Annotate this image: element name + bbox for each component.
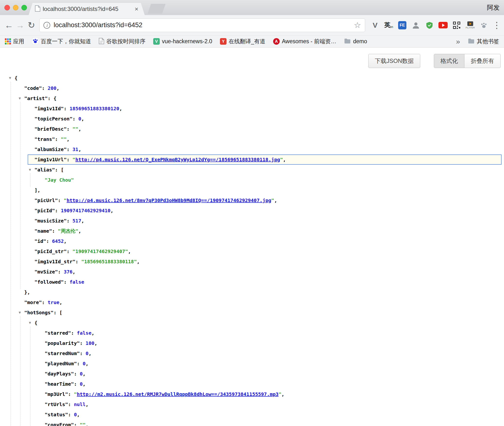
bookmark-youdao-translate[interactable]: Y 在线翻译_有道 [220,38,265,45]
user-extension-icon[interactable] [411,19,421,31]
json-punct: : [67,157,72,162]
bookmark-label: vue-hackernews-2.0 [162,38,212,45]
json-punct: : [52,228,58,234]
json-string: "Jay Chou" [45,177,74,183]
new-tab-button[interactable] [148,4,166,14]
json-key: "hotSongs" [24,310,53,315]
collapse-arrow-icon[interactable]: ▼ [8,73,12,83]
browser-menu-icon[interactable]: ⋮ [492,20,501,30]
vimium-glyph: V [373,21,378,29]
bookmark-google-sort[interactable]: 谷歌按时间排序 [99,38,145,45]
json-key: "alias" [34,167,55,173]
json-url-link[interactable]: http://m2.music.126.net/RMJR7wDullRqppBk… [77,391,278,397]
json-url-link[interactable]: http://p4.music.126.net/8mv7qP30Pd3oHW8b… [67,197,271,203]
forward-button[interactable]: → [15,20,26,30]
json-punct: , [89,350,92,356]
bookmarks-overflow-chevron[interactable]: » [456,37,460,46]
json-line: "rtUrls": null, [0,399,504,409]
tab-title: localhost:3000/artists?id=645 [43,6,118,12]
json-line: ▼{ [0,73,504,83]
json-key: "briefDesc" [34,126,67,132]
address-bar[interactable]: i localhost:3000/artists?id=6452 ☆ [39,18,365,32]
bookmark-apps[interactable]: 应用 [5,38,24,45]
bookmark-vue-hackernews[interactable]: V vue-hackernews-2.0 [153,38,212,45]
json-key: "playedNum" [45,361,77,366]
json-string: "19097417462929407" [73,248,128,254]
json-string: "" [80,422,86,426]
fe-extension-icon[interactable]: FE [397,19,407,31]
json-punct: }, [24,289,30,295]
collapse-arrow-icon[interactable]: ▼ [18,93,22,103]
json-punct: , [83,381,86,387]
json-punct: : [68,391,74,397]
json-string: " [74,391,77,397]
download-json-button[interactable]: 下载JSON数据 [368,54,420,68]
json-punct: : [76,259,81,264]
json-line: "briefDesc": "", [0,124,504,134]
json-number: 376 [64,269,72,275]
view-mode-group: 格式化 折叠所有 [434,54,501,68]
tab-close-icon[interactable]: × [135,6,138,12]
json-key: "starred" [45,330,71,336]
json-number: 200 [48,85,56,91]
json-key: "img1v1Url" [34,157,67,162]
paw-extension-icon[interactable] [479,19,489,31]
json-key: "more" [24,299,42,305]
json-key: "name" [34,228,52,234]
player-label: PLAYER [466,26,475,29]
collapse-arrow-icon[interactable]: ▼ [18,307,22,318]
bookmark-baidu[interactable]: 百度一下，你就知道 [32,38,91,45]
json-line: "popularity": 100, [0,338,504,348]
browser-tab[interactable]: localhost:3000/artists?id=645 × [29,3,145,15]
close-window-button[interactable] [4,5,10,10]
zoom-window-button[interactable] [21,5,27,10]
bookmark-star-icon[interactable]: ☆ [354,20,361,30]
format-button[interactable]: 格式化 [434,54,464,68]
json-punct: , [110,208,113,213]
collapse-arrow-icon[interactable]: ▼ [28,165,32,175]
json-key: "picId_str" [34,248,67,254]
apps-grid-icon [5,38,11,44]
vimium-extension-icon[interactable]: V [370,19,380,31]
bookmark-label: 百度一下，你就知道 [41,38,91,45]
json-key: "albumSize" [34,146,67,152]
json-key: "hearTime" [45,381,74,387]
json-string: " [280,157,283,162]
back-button[interactable]: ← [3,20,15,30]
collapse-arrow-icon[interactable]: ▼ [28,318,32,328]
bookmark-label: 在线翻译_有道 [229,38,265,45]
vue-icon: V [153,38,160,45]
json-punct: : [42,85,48,91]
translate-extension-icon[interactable]: 英en [384,19,394,31]
json-punct: , [78,146,81,152]
collapse-all-button[interactable]: 折叠所有 [464,54,501,68]
json-string: " [73,157,76,162]
json-line: ▼{ [0,318,504,328]
shield-extension-icon[interactable] [424,19,435,31]
json-number: 517 [73,218,81,224]
qrcode-extension-icon[interactable] [452,19,462,31]
player-extension-icon[interactable]: PLAYER [465,19,475,31]
json-url-link[interactable]: http://p4.music.126.net/Q_ExePNkmqB2yWyL… [76,157,280,162]
other-bookmarks[interactable]: 其他书签 [468,38,499,45]
json-line: "picId_str": "19097417462929407", [0,246,504,256]
json-line: "hearTime": 0, [0,379,504,389]
json-literal: false [70,279,84,285]
youtube-extension-icon[interactable] [438,19,448,31]
json-punct: : [64,106,69,111]
bookmark-awesomes[interactable]: A Awesomes - 前端资… [273,38,336,45]
folder-icon [468,38,475,45]
json-key: "starredNum" [45,350,80,356]
bookmark-demo-folder[interactable]: demo [344,38,367,45]
reload-button[interactable]: ↻ [26,20,37,30]
json-punct: , [78,126,81,132]
json-line: "name": "周杰伦", [0,226,504,236]
json-string: "周杰伦" [58,228,78,234]
site-info-icon[interactable]: i [43,22,50,29]
json-key: "rtUrls" [45,401,68,407]
page-favicon-icon [35,5,40,13]
player-badge [467,21,473,26]
translate-en-glyph: en [390,25,393,29]
minimize-window-button[interactable] [13,5,18,10]
json-punct: , [59,299,62,305]
